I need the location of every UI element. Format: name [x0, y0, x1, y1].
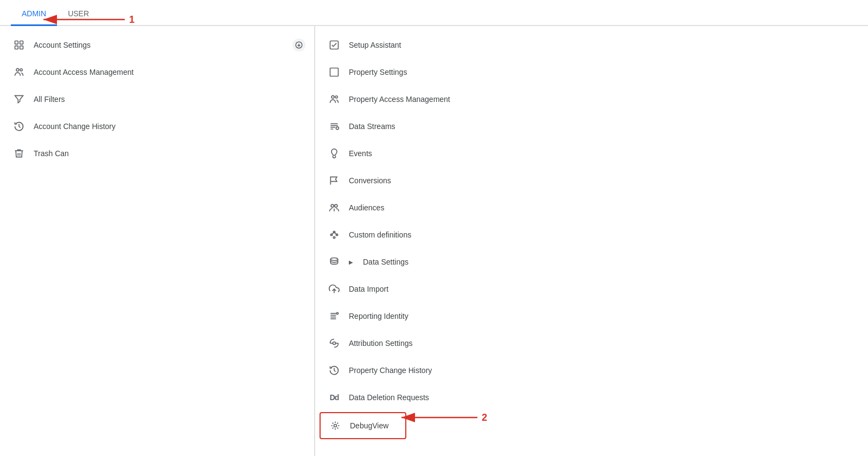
property-change-history-label: Property Change History — [349, 366, 432, 375]
menu-item-data-streams[interactable]: Data Streams — [315, 113, 868, 140]
menu-item-account-change-history[interactable]: Account Change History — [0, 113, 314, 140]
svg-marker-7 — [15, 95, 23, 102]
data-deletion-requests-label: Data Deletion Requests — [349, 393, 429, 402]
upload-icon — [328, 283, 340, 295]
database-icon — [328, 256, 340, 268]
svg-line-21 — [334, 232, 337, 235]
svg-rect-9 — [330, 68, 339, 76]
events-label: Events — [349, 149, 372, 158]
menu-item-property-change-history[interactable]: Property Change History — [315, 357, 868, 384]
debugview-label: DebugView — [350, 421, 388, 430]
custom-definitions-label: Custom definitions — [349, 230, 411, 239]
tab-admin[interactable]: ADMIN — [11, 3, 57, 26]
filter-icon — [13, 93, 25, 105]
scroll-button[interactable] — [292, 38, 305, 52]
all-filters-label: All Filters — [34, 95, 65, 104]
data-import-label: Data Import — [349, 285, 388, 293]
flag-icon — [328, 175, 340, 187]
svg-point-10 — [331, 95, 334, 98]
menu-item-property-settings[interactable]: Property Settings — [315, 59, 868, 86]
menu-item-trash-can[interactable]: Trash Can — [0, 140, 314, 167]
grid-icon — [13, 39, 25, 51]
events-icon — [328, 147, 340, 159]
right-panel: Setup Assistant Property Settings Pro — [315, 26, 868, 456]
svg-point-13 — [331, 204, 334, 207]
menu-item-attribution-settings[interactable]: Attribution Settings — [315, 330, 868, 357]
menu-item-custom-definitions[interactable]: Custom definitions — [315, 221, 868, 248]
trash-can-label: Trash Can — [34, 149, 69, 158]
svg-rect-1 — [20, 41, 23, 44]
main-content: Account Settings Account Access Manageme… — [0, 26, 868, 456]
tab-user[interactable]: USER — [57, 3, 100, 26]
svg-point-19 — [333, 236, 335, 238]
audiences-label: Audiences — [349, 203, 384, 212]
streams-icon — [328, 120, 340, 132]
menu-item-conversions[interactable]: Conversions — [315, 167, 868, 194]
menu-item-audiences[interactable]: Audiences — [315, 194, 868, 221]
menu-item-data-deletion-requests[interactable]: Dd Data Deletion Requests — [315, 384, 868, 411]
menu-item-data-settings[interactable]: ▶ Data Settings — [315, 248, 868, 275]
conversions-label: Conversions — [349, 176, 391, 185]
people-icon — [13, 66, 25, 78]
svg-point-14 — [335, 204, 337, 207]
property-history-icon — [328, 364, 340, 376]
account-settings-label: Account Settings — [34, 41, 91, 49]
reporting-icon — [328, 310, 340, 322]
menu-item-debugview[interactable]: DebugView — [320, 412, 406, 439]
svg-rect-3 — [20, 46, 23, 49]
svg-point-26 — [336, 312, 338, 314]
attribution-settings-label: Attribution Settings — [349, 339, 413, 348]
svg-point-29 — [333, 342, 336, 345]
svg-rect-0 — [15, 41, 18, 44]
left-panel: Account Settings Account Access Manageme… — [0, 26, 315, 456]
svg-line-20 — [331, 232, 334, 235]
property-settings-label: Property Settings — [349, 68, 407, 76]
menu-item-setup-assistant[interactable]: Setup Assistant — [315, 31, 868, 59]
property-access-management-label: Property Access Management — [349, 95, 450, 104]
svg-point-30 — [334, 425, 337, 427]
custom-icon — [328, 229, 340, 241]
trash-icon — [13, 147, 25, 159]
square-icon — [328, 66, 340, 78]
account-access-management-label: Account Access Management — [34, 68, 133, 76]
property-people-icon — [328, 93, 340, 105]
check-box-icon — [328, 39, 340, 51]
debug-icon — [329, 420, 341, 432]
svg-point-6 — [20, 69, 22, 71]
history-icon — [13, 120, 25, 132]
svg-point-11 — [335, 96, 337, 98]
setup-assistant-label: Setup Assistant — [349, 41, 401, 49]
menu-item-account-settings[interactable]: Account Settings — [0, 31, 314, 59]
reporting-identity-label: Reporting Identity — [349, 312, 409, 320]
data-settings-label: Data Settings — [363, 258, 409, 266]
menu-item-events[interactable]: Events — [315, 140, 868, 167]
menu-item-all-filters[interactable]: All Filters — [0, 86, 314, 113]
expand-arrow-icon: ▶ — [349, 259, 353, 265]
svg-point-12 — [336, 127, 339, 130]
top-tab-bar: ADMIN USER — [0, 0, 868, 26]
menu-item-data-import[interactable]: Data Import — [315, 275, 868, 303]
svg-point-5 — [16, 68, 19, 71]
dd-icon: Dd — [328, 391, 340, 403]
menu-item-property-access-management[interactable]: Property Access Management — [315, 86, 868, 113]
menu-item-reporting-identity[interactable]: Reporting Identity — [315, 303, 868, 330]
svg-rect-2 — [15, 46, 18, 49]
audiences-icon — [328, 202, 340, 214]
attribution-icon — [328, 337, 340, 349]
data-streams-label: Data Streams — [349, 122, 395, 131]
menu-item-account-access-management[interactable]: Account Access Management — [0, 59, 314, 86]
account-change-history-label: Account Change History — [34, 122, 116, 131]
svg-point-22 — [330, 258, 337, 261]
